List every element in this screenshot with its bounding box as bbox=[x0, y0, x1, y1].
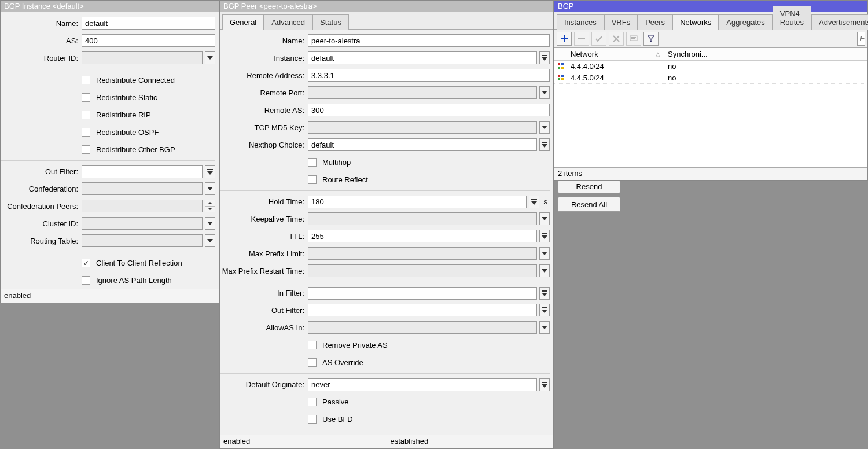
svg-marker-21 bbox=[542, 293, 547, 296]
peer-instance-dropdown[interactable] bbox=[539, 51, 550, 64]
svg-rect-34 bbox=[631, 37, 636, 38]
svg-marker-4 bbox=[208, 202, 212, 204]
instance-name-input[interactable] bbox=[82, 17, 215, 30]
bgp-instance-titlebar[interactable]: BGP Instance <default> bbox=[1, 1, 219, 12]
instance-outfilter-expand[interactable] bbox=[205, 165, 215, 178]
label-name: Name: bbox=[1, 19, 82, 28]
peer-maxprefixrestart-input[interactable] bbox=[308, 264, 537, 277]
remove-private-as-checkbox[interactable] bbox=[308, 341, 317, 349]
instance-clusterid-input[interactable] bbox=[82, 217, 203, 230]
bgp-tab-vpn4-routes[interactable]: VPN4 Routes bbox=[773, 6, 811, 30]
peer-allowasin-input[interactable] bbox=[308, 321, 537, 334]
network-row[interactable]: 4.4.4.0/24no bbox=[554, 61, 867, 72]
peer-remoteport-dropdown[interactable] bbox=[539, 86, 550, 99]
instance-confedpeers-input[interactable] bbox=[82, 200, 203, 212]
peer-holdtime-dropdown[interactable] bbox=[529, 196, 539, 208]
multihop-checkbox[interactable] bbox=[308, 158, 317, 167]
redist-connected-checkbox[interactable] bbox=[82, 76, 90, 84]
bgp-titlebar[interactable]: BGP bbox=[554, 1, 867, 12]
enable-button[interactable] bbox=[591, 32, 606, 46]
peer-maxprefix-input[interactable] bbox=[308, 247, 537, 260]
peer-instance-input[interactable] bbox=[308, 51, 537, 64]
disable-button[interactable] bbox=[609, 32, 624, 46]
ignore-aspath-checkbox[interactable] bbox=[82, 276, 90, 285]
peer-remoteport-input[interactable] bbox=[308, 86, 537, 99]
tab-general[interactable]: General bbox=[222, 14, 264, 30]
multihop-label: Multihop bbox=[322, 158, 351, 167]
peer-tcpmd5-input[interactable] bbox=[308, 121, 537, 134]
label-deforig: Default Originate: bbox=[220, 380, 308, 389]
redist-otherbgp-checkbox[interactable] bbox=[82, 145, 90, 154]
peer-allowasin-dropdown[interactable] bbox=[539, 321, 550, 334]
network-row[interactable]: 4.4.5.0/24no bbox=[554, 72, 867, 84]
svg-marker-7 bbox=[207, 239, 213, 242]
instance-clusterid-dropdown[interactable] bbox=[205, 217, 215, 230]
bgp-peer-titlebar[interactable]: BGP Peer <peer-to-alestra> bbox=[220, 1, 553, 12]
svg-marker-14 bbox=[531, 201, 537, 205]
peer-maxprefix-dropdown[interactable] bbox=[539, 247, 550, 260]
instance-as-input[interactable] bbox=[82, 34, 215, 47]
peer-ttl-input[interactable] bbox=[308, 230, 537, 242]
client-to-client-checkbox[interactable] bbox=[82, 259, 90, 267]
peer-maxprefixrestart-dropdown[interactable] bbox=[539, 264, 550, 277]
peer-remoteas-input[interactable] bbox=[308, 104, 550, 116]
svg-marker-8 bbox=[542, 57, 547, 61]
remove-private-as-label: Remove Private AS bbox=[322, 341, 388, 349]
peer-keepalive-dropdown[interactable] bbox=[539, 212, 550, 225]
tab-status[interactable]: Status bbox=[312, 14, 349, 30]
networks-grid[interactable]: Network△ Synchroni... 4.4.4.0/24no4.4.5.… bbox=[554, 48, 867, 167]
peer-outfilter-expand[interactable] bbox=[539, 304, 550, 316]
label-holdtime: Hold Time: bbox=[220, 197, 308, 206]
comment-button[interactable] bbox=[626, 32, 641, 46]
peer-ttl-dropdown[interactable] bbox=[539, 230, 550, 242]
peer-name-input[interactable] bbox=[308, 34, 550, 47]
peer-tcpmd5-dropdown[interactable] bbox=[539, 121, 550, 134]
peer-holdtime-input[interactable] bbox=[308, 196, 527, 208]
bgp-tab-advertisements[interactable]: Advertisements bbox=[811, 14, 868, 30]
peer-infilter-expand[interactable] bbox=[539, 287, 550, 300]
resend-all-button[interactable]: Resend All bbox=[558, 197, 620, 212]
peer-deforig-dropdown[interactable] bbox=[539, 378, 550, 391]
add-button[interactable] bbox=[557, 32, 572, 46]
bgp-tab-vrfs[interactable]: VRFs bbox=[604, 14, 638, 30]
instance-confed-input[interactable] bbox=[82, 182, 203, 195]
peer-nexthop-input[interactable] bbox=[308, 138, 537, 151]
as-override-checkbox[interactable] bbox=[308, 358, 317, 367]
instance-routerid-dropdown[interactable] bbox=[205, 51, 215, 64]
peer-deforig-input[interactable] bbox=[308, 378, 537, 391]
filter-button[interactable] bbox=[643, 32, 659, 46]
resend-button[interactable]: Resend bbox=[558, 181, 620, 193]
peer-nexthop-dropdown[interactable] bbox=[539, 138, 550, 151]
label-as: AS: bbox=[1, 36, 82, 45]
redist-ospf-checkbox[interactable] bbox=[82, 128, 90, 137]
col-sync[interactable]: Synchroni... bbox=[664, 48, 709, 60]
remove-button[interactable] bbox=[574, 32, 589, 46]
redist-rip-checkbox[interactable] bbox=[82, 111, 90, 119]
instance-confedpeers-spin[interactable] bbox=[205, 200, 215, 212]
tab-advanced[interactable]: Advanced bbox=[264, 14, 312, 30]
svg-marker-10 bbox=[542, 91, 547, 94]
passive-checkbox[interactable] bbox=[308, 398, 317, 406]
peer-remoteaddr-input[interactable] bbox=[308, 69, 550, 82]
label-remote-as: Remote AS: bbox=[220, 106, 308, 115]
instance-routerid-input[interactable] bbox=[82, 51, 203, 64]
instance-routingtable-input[interactable] bbox=[82, 234, 203, 247]
as-override-label: AS Override bbox=[322, 358, 363, 367]
redist-static-checkbox[interactable] bbox=[82, 93, 90, 102]
svg-rect-27 bbox=[542, 382, 547, 383]
bgp-tab-networks[interactable]: Networks bbox=[672, 14, 719, 30]
bgp-tab-aggregates[interactable]: Aggregates bbox=[719, 14, 773, 30]
instance-outfilter-input[interactable] bbox=[82, 165, 203, 178]
peer-outfilter-input[interactable] bbox=[308, 304, 537, 316]
bgp-tab-peers[interactable]: Peers bbox=[638, 14, 672, 30]
instance-routingtable-dropdown[interactable] bbox=[205, 234, 215, 247]
peer-infilter-input[interactable] bbox=[308, 287, 537, 300]
bgp-tab-instances[interactable]: Instances bbox=[557, 14, 604, 30]
usebfd-checkbox[interactable] bbox=[308, 415, 317, 424]
routereflect-checkbox[interactable] bbox=[308, 175, 317, 184]
peer-keepalive-input[interactable] bbox=[308, 212, 537, 225]
label-keepalive: Keepalive Time: bbox=[220, 215, 308, 223]
instance-confed-dropdown[interactable] bbox=[205, 182, 215, 195]
find-input[interactable]: F bbox=[857, 32, 865, 46]
svg-marker-6 bbox=[207, 222, 213, 225]
